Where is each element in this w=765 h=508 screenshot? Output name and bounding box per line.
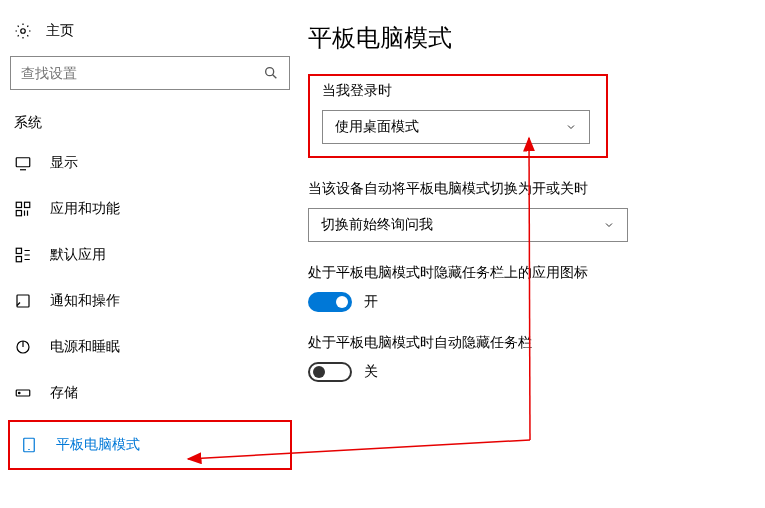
settings-sidebar: 主页 系统 显示 应用和功能: [0, 0, 300, 508]
sidebar-item-power[interactable]: 电源和睡眠: [8, 324, 292, 370]
svg-line-2: [273, 75, 277, 79]
toggle-state-label: 关: [364, 363, 378, 381]
sidebar-item-label: 显示: [50, 154, 78, 172]
chevron-down-icon: [603, 219, 615, 231]
default-apps-icon: [14, 246, 32, 264]
svg-rect-6: [25, 202, 30, 207]
sidebar-item-label: 电源和睡眠: [50, 338, 120, 356]
chevron-down-icon: [565, 121, 577, 133]
section-label: 系统: [8, 108, 292, 140]
svg-rect-3: [16, 158, 30, 167]
svg-rect-12: [17, 295, 29, 307]
svg-rect-7: [16, 211, 21, 216]
monitor-icon: [14, 154, 32, 172]
sidebar-item-default-apps[interactable]: 默认应用: [8, 232, 292, 278]
sidebar-item-label: 通知和操作: [50, 292, 120, 310]
tablet-icon: [20, 436, 38, 454]
page-title: 平板电脑模式: [308, 22, 745, 54]
gear-icon: [14, 22, 32, 40]
sidebar-item-label: 平板电脑模式: [56, 436, 140, 454]
toggle-state-label: 开: [364, 293, 378, 311]
svg-point-1: [266, 68, 274, 76]
sidebar-item-display[interactable]: 显示: [8, 140, 292, 186]
sidebar-item-notifications[interactable]: 通知和操作: [8, 278, 292, 324]
sidebar-item-storage[interactable]: 存储: [8, 370, 292, 416]
sidebar-item-tablet-mode[interactable]: 平板电脑模式: [14, 422, 286, 468]
login-mode-label: 当我登录时: [322, 82, 594, 100]
sidebar-item-apps[interactable]: 应用和功能: [8, 186, 292, 232]
annotation-highlight-top: 当我登录时 使用桌面模式: [308, 74, 608, 158]
sidebar-item-label: 默认应用: [50, 246, 106, 264]
svg-rect-10: [16, 248, 21, 253]
apps-icon: [14, 200, 32, 218]
hide-icons-label: 处于平板电脑模式时隐藏任务栏上的应用图标: [308, 264, 745, 282]
svg-point-0: [21, 29, 26, 34]
search-icon: [263, 65, 279, 81]
svg-rect-5: [16, 202, 21, 207]
storage-icon: [14, 384, 32, 402]
sidebar-item-label: 应用和功能: [50, 200, 120, 218]
hide-icons-toggle[interactable]: [308, 292, 352, 312]
login-mode-dropdown[interactable]: 使用桌面模式: [322, 110, 590, 144]
sidebar-item-label: 存储: [50, 384, 78, 402]
power-icon: [14, 338, 32, 356]
search-input-wrapper[interactable]: [10, 56, 290, 90]
auto-switch-label: 当该设备自动将平板电脑模式切换为开或关时: [308, 180, 745, 198]
annotation-highlight-nav: 平板电脑模式: [8, 420, 292, 470]
auto-hide-taskbar-toggle[interactable]: [308, 362, 352, 382]
home-link[interactable]: 主页: [8, 18, 292, 54]
dropdown-value: 切换前始终询问我: [321, 216, 433, 234]
search-input[interactable]: [21, 65, 263, 81]
svg-point-16: [19, 392, 21, 394]
auto-switch-dropdown[interactable]: 切换前始终询问我: [308, 208, 628, 242]
home-label: 主页: [46, 22, 74, 40]
main-panel: 平板电脑模式 当我登录时 使用桌面模式 当该设备自动将平板电脑模式切换为开或关时…: [300, 0, 765, 508]
svg-rect-11: [16, 257, 21, 262]
dropdown-value: 使用桌面模式: [335, 118, 419, 136]
auto-hide-taskbar-label: 处于平板电脑模式时自动隐藏任务栏: [308, 334, 745, 352]
notifications-icon: [14, 292, 32, 310]
